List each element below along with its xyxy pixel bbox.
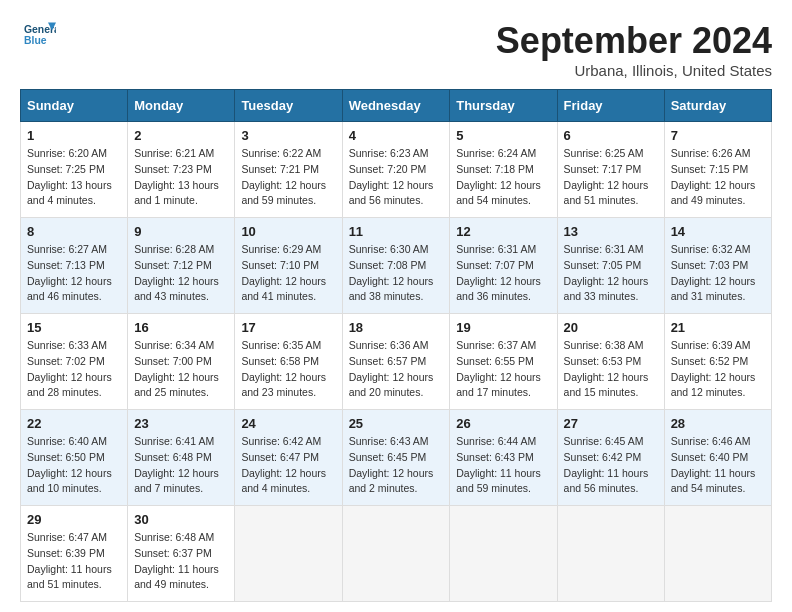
calendar-header-row: Sunday Monday Tuesday Wednesday Thursday…	[21, 90, 772, 122]
day-info: Sunrise: 6:28 AMSunset: 7:12 PMDaylight:…	[134, 242, 228, 305]
table-row: 23Sunrise: 6:41 AMSunset: 6:48 PMDayligh…	[128, 410, 235, 506]
table-row	[235, 506, 342, 602]
day-number: 17	[241, 320, 335, 335]
logo-icon: General Blue	[24, 20, 56, 52]
day-number: 21	[671, 320, 765, 335]
day-number: 20	[564, 320, 658, 335]
day-info: Sunrise: 6:31 AMSunset: 7:05 PMDaylight:…	[564, 242, 658, 305]
table-row: 14Sunrise: 6:32 AMSunset: 7:03 PMDayligh…	[664, 218, 771, 314]
header-sunday: Sunday	[21, 90, 128, 122]
table-row: 9Sunrise: 6:28 AMSunset: 7:12 PMDaylight…	[128, 218, 235, 314]
day-info: Sunrise: 6:35 AMSunset: 6:58 PMDaylight:…	[241, 338, 335, 401]
table-row: 12Sunrise: 6:31 AMSunset: 7:07 PMDayligh…	[450, 218, 557, 314]
table-row: 28Sunrise: 6:46 AMSunset: 6:40 PMDayligh…	[664, 410, 771, 506]
table-row: 17Sunrise: 6:35 AMSunset: 6:58 PMDayligh…	[235, 314, 342, 410]
table-row: 19Sunrise: 6:37 AMSunset: 6:55 PMDayligh…	[450, 314, 557, 410]
table-row: 11Sunrise: 6:30 AMSunset: 7:08 PMDayligh…	[342, 218, 450, 314]
day-number: 29	[27, 512, 121, 527]
day-info: Sunrise: 6:32 AMSunset: 7:03 PMDaylight:…	[671, 242, 765, 305]
day-number: 26	[456, 416, 550, 431]
day-info: Sunrise: 6:30 AMSunset: 7:08 PMDaylight:…	[349, 242, 444, 305]
day-info: Sunrise: 6:47 AMSunset: 6:39 PMDaylight:…	[27, 530, 121, 593]
table-row: 25Sunrise: 6:43 AMSunset: 6:45 PMDayligh…	[342, 410, 450, 506]
table-row: 21Sunrise: 6:39 AMSunset: 6:52 PMDayligh…	[664, 314, 771, 410]
day-info: Sunrise: 6:36 AMSunset: 6:57 PMDaylight:…	[349, 338, 444, 401]
day-number: 5	[456, 128, 550, 143]
table-row: 27Sunrise: 6:45 AMSunset: 6:42 PMDayligh…	[557, 410, 664, 506]
table-row: 6Sunrise: 6:25 AMSunset: 7:17 PMDaylight…	[557, 122, 664, 218]
day-number: 10	[241, 224, 335, 239]
day-number: 14	[671, 224, 765, 239]
table-row: 20Sunrise: 6:38 AMSunset: 6:53 PMDayligh…	[557, 314, 664, 410]
calendar-table: Sunday Monday Tuesday Wednesday Thursday…	[20, 89, 772, 602]
day-info: Sunrise: 6:29 AMSunset: 7:10 PMDaylight:…	[241, 242, 335, 305]
table-row: 13Sunrise: 6:31 AMSunset: 7:05 PMDayligh…	[557, 218, 664, 314]
day-info: Sunrise: 6:27 AMSunset: 7:13 PMDaylight:…	[27, 242, 121, 305]
day-info: Sunrise: 6:41 AMSunset: 6:48 PMDaylight:…	[134, 434, 228, 497]
day-number: 18	[349, 320, 444, 335]
day-number: 30	[134, 512, 228, 527]
day-info: Sunrise: 6:46 AMSunset: 6:40 PMDaylight:…	[671, 434, 765, 497]
day-number: 9	[134, 224, 228, 239]
day-info: Sunrise: 6:45 AMSunset: 6:42 PMDaylight:…	[564, 434, 658, 497]
day-info: Sunrise: 6:44 AMSunset: 6:43 PMDaylight:…	[456, 434, 550, 497]
day-number: 25	[349, 416, 444, 431]
table-row: 2Sunrise: 6:21 AMSunset: 7:23 PMDaylight…	[128, 122, 235, 218]
day-number: 19	[456, 320, 550, 335]
day-info: Sunrise: 6:26 AMSunset: 7:15 PMDaylight:…	[671, 146, 765, 209]
day-number: 28	[671, 416, 765, 431]
day-info: Sunrise: 6:38 AMSunset: 6:53 PMDaylight:…	[564, 338, 658, 401]
day-info: Sunrise: 6:33 AMSunset: 7:02 PMDaylight:…	[27, 338, 121, 401]
day-info: Sunrise: 6:31 AMSunset: 7:07 PMDaylight:…	[456, 242, 550, 305]
day-number: 3	[241, 128, 335, 143]
table-row: 4Sunrise: 6:23 AMSunset: 7:20 PMDaylight…	[342, 122, 450, 218]
day-number: 27	[564, 416, 658, 431]
day-info: Sunrise: 6:21 AMSunset: 7:23 PMDaylight:…	[134, 146, 228, 209]
table-row: 10Sunrise: 6:29 AMSunset: 7:10 PMDayligh…	[235, 218, 342, 314]
table-row: 5Sunrise: 6:24 AMSunset: 7:18 PMDaylight…	[450, 122, 557, 218]
day-number: 12	[456, 224, 550, 239]
day-number: 6	[564, 128, 658, 143]
day-number: 13	[564, 224, 658, 239]
day-info: Sunrise: 6:22 AMSunset: 7:21 PMDaylight:…	[241, 146, 335, 209]
calendar-week-row: 8Sunrise: 6:27 AMSunset: 7:13 PMDaylight…	[21, 218, 772, 314]
calendar-week-row: 1Sunrise: 6:20 AMSunset: 7:25 PMDaylight…	[21, 122, 772, 218]
header-tuesday: Tuesday	[235, 90, 342, 122]
table-row: 22Sunrise: 6:40 AMSunset: 6:50 PMDayligh…	[21, 410, 128, 506]
table-row: 3Sunrise: 6:22 AMSunset: 7:21 PMDaylight…	[235, 122, 342, 218]
table-row: 24Sunrise: 6:42 AMSunset: 6:47 PMDayligh…	[235, 410, 342, 506]
day-number: 8	[27, 224, 121, 239]
month-title: September 2024	[496, 20, 772, 62]
day-info: Sunrise: 6:39 AMSunset: 6:52 PMDaylight:…	[671, 338, 765, 401]
table-row: 1Sunrise: 6:20 AMSunset: 7:25 PMDaylight…	[21, 122, 128, 218]
day-info: Sunrise: 6:42 AMSunset: 6:47 PMDaylight:…	[241, 434, 335, 497]
day-info: Sunrise: 6:23 AMSunset: 7:20 PMDaylight:…	[349, 146, 444, 209]
day-info: Sunrise: 6:37 AMSunset: 6:55 PMDaylight:…	[456, 338, 550, 401]
table-row: 8Sunrise: 6:27 AMSunset: 7:13 PMDaylight…	[21, 218, 128, 314]
header-wednesday: Wednesday	[342, 90, 450, 122]
calendar-body: 1Sunrise: 6:20 AMSunset: 7:25 PMDaylight…	[21, 122, 772, 602]
day-number: 1	[27, 128, 121, 143]
calendar-week-row: 22Sunrise: 6:40 AMSunset: 6:50 PMDayligh…	[21, 410, 772, 506]
table-row: 18Sunrise: 6:36 AMSunset: 6:57 PMDayligh…	[342, 314, 450, 410]
svg-text:Blue: Blue	[24, 35, 47, 46]
day-number: 16	[134, 320, 228, 335]
table-row	[664, 506, 771, 602]
table-row: 26Sunrise: 6:44 AMSunset: 6:43 PMDayligh…	[450, 410, 557, 506]
title-block: September 2024 Urbana, Illinois, United …	[496, 20, 772, 79]
day-number: 4	[349, 128, 444, 143]
table-row: 16Sunrise: 6:34 AMSunset: 7:00 PMDayligh…	[128, 314, 235, 410]
table-row	[342, 506, 450, 602]
day-number: 24	[241, 416, 335, 431]
day-number: 22	[27, 416, 121, 431]
location-subtitle: Urbana, Illinois, United States	[496, 62, 772, 79]
day-info: Sunrise: 6:43 AMSunset: 6:45 PMDaylight:…	[349, 434, 444, 497]
day-number: 23	[134, 416, 228, 431]
header-thursday: Thursday	[450, 90, 557, 122]
day-info: Sunrise: 6:34 AMSunset: 7:00 PMDaylight:…	[134, 338, 228, 401]
day-number: 11	[349, 224, 444, 239]
table-row: 7Sunrise: 6:26 AMSunset: 7:15 PMDaylight…	[664, 122, 771, 218]
page-header: General Blue September 2024 Urbana, Illi…	[20, 20, 772, 79]
table-row: 29Sunrise: 6:47 AMSunset: 6:39 PMDayligh…	[21, 506, 128, 602]
header-friday: Friday	[557, 90, 664, 122]
